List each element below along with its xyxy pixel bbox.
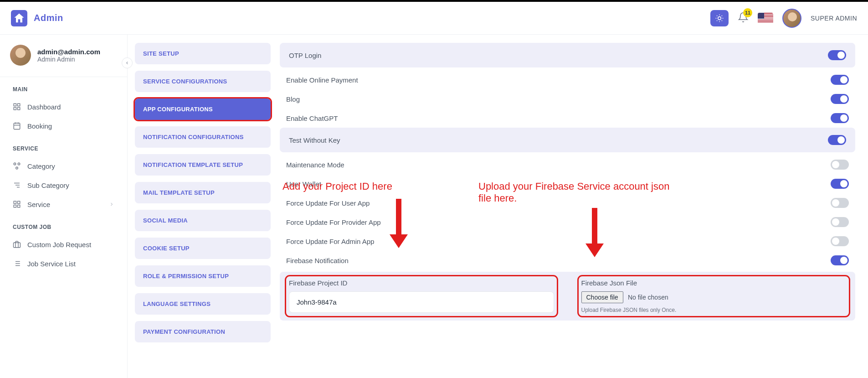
theme-toggle-button[interactable]: [710, 10, 729, 26]
profile-name: Admin Admin: [37, 56, 100, 63]
toggle-row-force-admin: Force Update For Admin App: [280, 232, 855, 251]
profile-email: admin@admin.com: [37, 48, 100, 56]
calendar-icon: [13, 122, 21, 130]
toggle-switch-blog[interactable]: [831, 94, 849, 104]
svg-point-0: [718, 16, 721, 20]
svg-rect-22: [18, 205, 20, 207]
config-nav-lang-settings[interactable]: LANGUAGE SETTINGS: [135, 293, 271, 315]
toggle-switch-test-no-key[interactable]: [828, 135, 846, 145]
toggle-label: Force Update For Admin App: [286, 238, 374, 245]
config-nav-payment-config[interactable]: PAYMENT CONFIGURATION: [135, 321, 271, 342]
svg-point-19: [16, 167, 18, 169]
toggle-row-force-user: Force Update For User App: [280, 193, 855, 212]
svg-rect-20: [14, 201, 16, 203]
firebase-project-id-input[interactable]: [289, 291, 554, 313]
dashboard-icon: [13, 103, 21, 111]
config-nav-role-perm[interactable]: ROLE & PERMISSION SETUP: [135, 265, 271, 287]
svg-rect-24: [14, 243, 21, 248]
toggle-row-firebase-notif: Firebase Notification: [280, 251, 855, 270]
toggle-label: Firebase Notification: [286, 257, 349, 264]
sidebar-item-subcategory[interactable]: Sub Category: [0, 176, 127, 195]
sidebar-item-label: Sub Category: [27, 181, 69, 189]
firebase-json-label: Firebase Json File: [581, 279, 847, 287]
sidebar-collapse-button[interactable]: [122, 57, 133, 68]
sidebar: admin@admin.com Admin Admin MAIN Dashboa…: [0, 35, 128, 378]
category-icon: [13, 162, 21, 170]
svg-rect-23: [14, 205, 16, 207]
sidebar-item-label: Category: [27, 162, 55, 170]
service-icon: [13, 200, 21, 208]
toggle-switch-force-user[interactable]: [831, 198, 849, 208]
firebase-json-hint: Upload Firebase JSON files only Once.: [581, 307, 847, 313]
sidebar-section-main: MAIN: [0, 86, 127, 97]
toggle-switch-online-payment[interactable]: [831, 75, 849, 85]
firebase-settings-row: Firebase Project ID Firebase Json File C…: [280, 272, 855, 321]
toggle-row-blog: Blog: [280, 89, 855, 109]
toggle-row-otp-login: OTP Login: [280, 43, 855, 67]
config-nav-service-config[interactable]: SERVICE CONFIGURATIONS: [135, 71, 271, 92]
config-nav-app-config[interactable]: APP CONFIGURATIONS: [135, 98, 271, 120]
toggle-label: Force Update For User App: [286, 199, 370, 207]
config-nav-cookie-setup[interactable]: COOKIE SETUP: [135, 238, 271, 259]
toggle-label: User Wallet: [286, 180, 321, 188]
svg-line-7: [717, 20, 717, 21]
svg-rect-13: [14, 123, 20, 129]
toggle-label: Test Without Key: [289, 136, 340, 144]
sidebar-item-label: Service: [27, 201, 50, 208]
user-avatar[interactable]: [782, 9, 801, 28]
sidebar-profile: admin@admin.com Admin Admin: [0, 42, 127, 77]
svg-rect-12: [14, 108, 16, 110]
sidebar-item-dashboard[interactable]: Dashboard: [0, 97, 127, 116]
sidebar-item-service[interactable]: Service: [0, 195, 127, 214]
sidebar-item-label: Booking: [27, 122, 52, 130]
toggle-switch-otp-login[interactable]: [828, 50, 846, 60]
sidebar-section-service: SERVICE: [0, 145, 127, 156]
toggle-row-force-provider: Force Update For Provider App: [280, 212, 855, 232]
firebase-project-id-box: Firebase Project ID: [289, 279, 554, 313]
config-nav-social-media[interactable]: SOCIAL MEDIA: [135, 210, 271, 231]
language-flag-icon[interactable]: [758, 13, 773, 24]
svg-line-4: [722, 20, 722, 21]
list-icon: [13, 259, 21, 268]
user-role-label: SUPER ADMIN: [811, 15, 857, 22]
svg-rect-10: [18, 104, 20, 106]
firebase-json-box: Firebase Json File Choose file No file c…: [581, 279, 847, 313]
toggle-switch-force-provider[interactable]: [831, 217, 849, 227]
toggle-row-user-wallet: User Wallet: [280, 174, 855, 193]
config-nav-mail-template[interactable]: MAIL TEMPLATE SETUP: [135, 182, 271, 203]
toggle-row-online-payment: Enable Online Payment: [280, 70, 855, 89]
toggle-switch-user-wallet[interactable]: [831, 179, 849, 189]
file-chosen-status: No file chosen: [628, 294, 668, 301]
header: Admin 11 SUPER ADMIN: [0, 2, 868, 35]
toggle-label: Enable Online Payment: [286, 76, 358, 84]
notification-count-badge: 11: [743, 8, 752, 17]
sidebar-item-category[interactable]: Category: [0, 156, 127, 176]
toggle-switch-maintenance[interactable]: [831, 160, 849, 170]
sidebar-section-custom-job: CUSTOM JOB: [0, 224, 127, 235]
toggle-row-test-no-key: Test Without Key: [280, 128, 855, 152]
toggle-row-chatgpt: Enable ChatGPT: [280, 109, 855, 128]
brand-logo[interactable]: [11, 10, 27, 26]
choose-file-button[interactable]: Choose file: [581, 291, 623, 303]
svg-point-17: [14, 163, 16, 165]
svg-line-3: [717, 16, 717, 16]
briefcase-icon: [13, 240, 21, 249]
sidebar-item-custom-job-request[interactable]: Custom Job Request: [0, 235, 127, 254]
sidebar-item-booking[interactable]: Booking: [0, 116, 127, 135]
notifications-button[interactable]: 11: [738, 12, 749, 25]
toggle-label: OTP Login: [289, 52, 321, 59]
subcategory-icon: [13, 181, 21, 189]
svg-rect-11: [18, 108, 20, 110]
sidebar-item-job-service-list[interactable]: Job Service List: [0, 254, 127, 273]
toggle-switch-firebase-notif[interactable]: [831, 255, 849, 265]
firebase-project-id-label: Firebase Project ID: [289, 279, 554, 287]
toggle-switch-chatgpt[interactable]: [831, 113, 849, 123]
profile-avatar: [10, 45, 31, 66]
config-nav-site-setup[interactable]: SITE SETUP: [135, 43, 271, 64]
toggle-label: Blog: [286, 95, 300, 103]
toggle-switch-force-admin[interactable]: [831, 236, 849, 246]
config-nav-notif-template[interactable]: NOTIFICATION TEMPLATE SETUP: [135, 154, 271, 176]
config-nav-notif-config[interactable]: NOTIFICATION CONFIGURATIONS: [135, 126, 271, 148]
main-content: OTP LoginEnable Online PaymentBlogEnable…: [278, 35, 868, 378]
toggle-label: Enable ChatGPT: [286, 114, 338, 122]
